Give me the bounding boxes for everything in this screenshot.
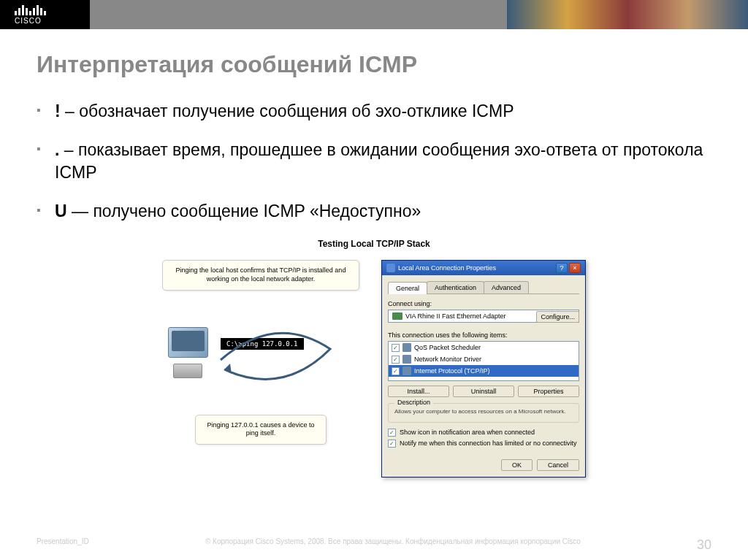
cancel-button[interactable]: Cancel bbox=[537, 459, 579, 471]
configure-button[interactable]: Configure... bbox=[536, 311, 579, 323]
items-listbox[interactable]: ✓ QoS Packet Scheduler ✓ Network Monitor… bbox=[388, 341, 579, 381]
items-label: This connection uses the following items… bbox=[388, 331, 579, 339]
tab-authentication[interactable]: Authentication bbox=[427, 281, 484, 294]
properties-dialog: Local Area Connection Properties ? × Gen… bbox=[381, 260, 586, 477]
dialog-titlebar[interactable]: Local Area Connection Properties ? × bbox=[382, 261, 585, 275]
show-icon-option[interactable]: ✓ Show icon in notification area when co… bbox=[388, 429, 579, 437]
slide-title: Интерпретация сообщений ICMP bbox=[37, 51, 711, 78]
diagram-left: Pinging the local host confirms that TCP… bbox=[162, 260, 359, 445]
presentation-id: Presentation_ID bbox=[37, 537, 89, 553]
callout-top: Pinging the local host confirms that TCP… bbox=[162, 260, 359, 290]
protocol-icon bbox=[402, 367, 411, 375]
item-label: Network Monitor Driver bbox=[414, 356, 481, 363]
tabs: General Authentication Advanced bbox=[388, 281, 579, 294]
network-icon bbox=[386, 264, 395, 272]
diagram-title: Testing Local TCP/IP Stack bbox=[37, 239, 711, 249]
description-title: Description bbox=[394, 399, 433, 406]
loopback-arrow-icon bbox=[217, 320, 334, 386]
install-button[interactable]: Install... bbox=[388, 386, 449, 397]
item-buttons: Install... Uninstall Properties bbox=[388, 386, 579, 397]
protocol-icon bbox=[402, 355, 411, 364]
diagram-container: Testing Local TCP/IP Stack Pinging the l… bbox=[37, 239, 711, 477]
properties-button[interactable]: Properties bbox=[518, 386, 579, 397]
computer-icon bbox=[162, 327, 213, 378]
checkbox[interactable]: ✓ bbox=[392, 356, 400, 364]
list-item[interactable]: ✓ Network Monitor Driver bbox=[389, 353, 579, 365]
list-item[interactable]: ✓ QoS Packet Scheduler bbox=[389, 342, 579, 353]
close-button[interactable]: × bbox=[569, 263, 581, 273]
nic-icon bbox=[392, 312, 402, 320]
copyright-text: © Корпорация Cisco Systems, 2008. Все пр… bbox=[205, 537, 581, 553]
connect-label: Connect using: bbox=[388, 300, 579, 307]
dialog-body: General Authentication Advanced Connect … bbox=[382, 275, 585, 456]
callout-bottom: Pinging 127.0.0.1 causes a device to pin… bbox=[195, 415, 327, 445]
help-button[interactable]: ? bbox=[556, 263, 568, 273]
option-label: Notify me when this connection has limit… bbox=[400, 440, 577, 447]
bullet-item: U — получено сообщение ICMP «Недоступно» bbox=[37, 200, 711, 223]
bullet-item: ! – обозначает получение сообщения об эх… bbox=[37, 100, 711, 123]
logo-text: CISCO bbox=[15, 17, 46, 25]
notify-option[interactable]: ✓ Notify me when this connection has lim… bbox=[388, 440, 579, 448]
checkbox[interactable]: ✓ bbox=[388, 429, 396, 437]
bullet-list: ! – обозначает получение сообщения об эх… bbox=[37, 100, 711, 223]
dialog-title: Local Area Connection Properties bbox=[398, 264, 496, 272]
bullet-marker: U bbox=[55, 202, 67, 220]
pc-illustration: C:\>ping 127.0.0.1 bbox=[162, 309, 359, 396]
option-label: Show icon in notification area when conn… bbox=[400, 429, 535, 436]
bullet-text: – показывает время, прошедшее в ожидании… bbox=[55, 140, 703, 182]
svg-marker-0 bbox=[224, 364, 232, 374]
cisco-logo: CISCO bbox=[15, 5, 46, 25]
item-label: Internet Protocol (TCP/IP) bbox=[414, 367, 490, 375]
bullet-item: . – показывает время, прошедшее в ожидан… bbox=[37, 139, 711, 184]
logo-bars-icon bbox=[15, 5, 46, 15]
bullet-text: – обозначает получение сообщения об эхо-… bbox=[61, 101, 514, 120]
slide-footer: Presentation_ID © Корпорация Cisco Syste… bbox=[0, 537, 748, 553]
slide-number: 30 bbox=[697, 537, 711, 553]
description-group: Description Allows your computer to acce… bbox=[388, 403, 579, 422]
uninstall-button[interactable]: Uninstall bbox=[453, 386, 514, 397]
adapter-name: VIA Rhine II Fast Ethernet Adapter bbox=[405, 312, 506, 320]
top-banner: CISCO bbox=[0, 0, 748, 29]
banner-photo-strip bbox=[46, 0, 748, 29]
checkbox[interactable]: ✓ bbox=[388, 440, 396, 448]
tab-advanced[interactable]: Advanced bbox=[484, 281, 529, 294]
list-item[interactable]: ✓ Internet Protocol (TCP/IP) bbox=[389, 365, 579, 377]
tab-general[interactable]: General bbox=[388, 282, 427, 294]
checkbox[interactable]: ✓ bbox=[392, 344, 400, 352]
bullet-text: — получено сообщение ICMP «Недоступно» bbox=[67, 202, 421, 220]
item-label: QoS Packet Scheduler bbox=[414, 344, 481, 351]
protocol-icon bbox=[402, 343, 411, 352]
slide-content: Интерпретация сообщений ICMP ! – обознач… bbox=[0, 29, 748, 499]
bullet-marker: ! bbox=[55, 101, 61, 120]
checkbox[interactable]: ✓ bbox=[392, 367, 400, 375]
description-text: Allows your computer to access resources… bbox=[394, 408, 573, 415]
dialog-footer: OK Cancel bbox=[382, 456, 585, 477]
window-controls: ? × bbox=[556, 263, 581, 273]
ok-button[interactable]: OK bbox=[501, 459, 533, 471]
